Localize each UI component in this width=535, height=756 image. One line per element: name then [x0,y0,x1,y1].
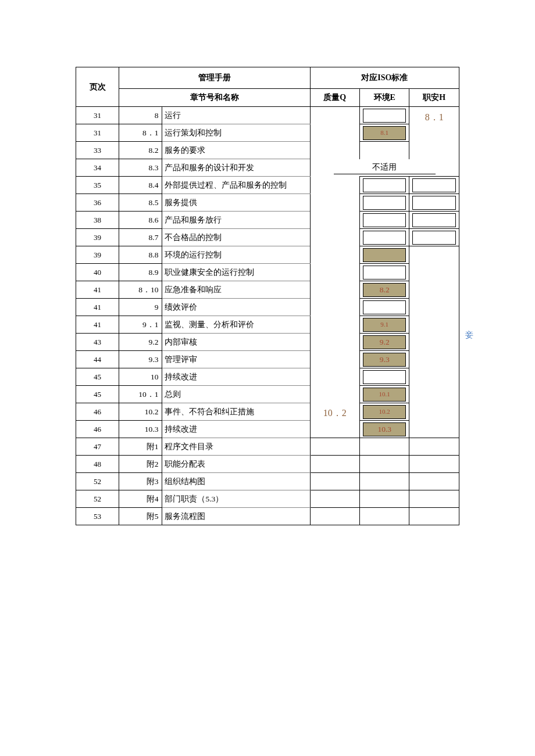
chapter-number: 8.9 [119,264,162,281]
chapter-number: 10 [119,368,162,386]
table-row: 53 附5 服务流程图 [76,508,459,525]
chapter-name: 服务的要求 [162,142,310,159]
page-number: 36 [76,194,119,212]
page-number: 43 [76,334,119,351]
chapter-number: 8．10 [119,281,162,299]
e-cell [359,264,409,281]
q-cell [310,490,359,508]
e-cell [359,456,409,473]
page-number: 39 [76,246,119,264]
table-row: 31 8．1 运行策划和控制 8.1 [76,124,459,142]
page-number: 46 [76,403,119,421]
chapter-number: 9.3 [119,351,162,368]
chapter-name: 事件、不符合和纠正措施 [162,403,310,421]
chapter-name: 产品和服务放行 [162,212,310,229]
table-row: 45 10．1 总则 10.1 [76,386,459,403]
chapter-number: 8.2 [119,142,162,159]
h-cell [409,229,459,246]
h-cell [409,473,459,490]
page-number: 41 [76,281,119,299]
e-cell [359,438,409,456]
page-number: 44 [76,351,119,368]
q-cell [310,246,359,299]
page-number: 38 [76,212,119,229]
e-cell: 10.1 [359,386,409,403]
q-cell [310,438,359,456]
chapter-number: 8.3 [119,159,162,177]
table-row: 33 8.2 服务的要求 [76,142,459,159]
chapter-name: 部门职责（5.3） [162,490,310,508]
table-row: 38 8.6 产品和服务放行 [76,212,459,229]
chapter-name: 职能分配表 [162,456,310,473]
chapter-name: 产品和服务的设计和开发 [162,159,310,177]
q-cell: 10．2 [310,299,359,438]
page-number: 39 [76,229,119,246]
header-h: 职安H [409,89,459,107]
table-row: 39 8.8 环境的运行控制 [76,246,459,264]
page-number: 31 [76,124,119,142]
page-number: 40 [76,264,119,281]
q-cell [310,473,359,490]
chapter-name: 服务提供 [162,194,310,212]
chapter-number: 8.7 [119,229,162,246]
chapter-name: 管理评审 [162,351,310,368]
header-e: 环境E [359,89,409,107]
chapter-name: 持续改进 [162,368,310,386]
h-cell: 8．1 [409,107,459,159]
chapter-number: 10.3 [119,421,162,438]
page-number: 52 [76,490,119,508]
page-number: 53 [76,508,119,525]
e-cell: 9.3 [359,351,409,368]
e-cell [359,473,409,490]
e-cell [359,508,409,525]
table-row: 47 附1 程序文件目录 [76,438,459,456]
table-row: 48 附2 职能分配表 [76,456,459,473]
chapter-number: 附5 [119,508,162,525]
table-row: 43 9.2 内部审核 9.2 [76,334,459,351]
chapter-name: 运行 [162,107,310,124]
header-manual: 管理手册 [119,67,310,89]
chapter-name: 内部审核 [162,334,310,351]
header-page: 页次 [76,67,119,107]
chapter-number: 9．1 [119,316,162,334]
page-number: 47 [76,438,119,456]
e-cell: 8.1 [359,124,409,142]
chapter-name: 绩效评价 [162,299,310,316]
h-value: 8．1 [425,113,444,122]
e-cell [359,246,409,264]
toc-table: 页次 管理手册 对应ISO标准 章节号和名称 质量Q 环境E 职安H 31 8 … [76,67,459,525]
table-row: 39 8.7 不合格品的控制 [76,229,459,246]
chapter-name: 程序文件目录 [162,438,310,456]
chapter-name: 职业健康安全的运行控制 [162,264,310,281]
e-cell [359,107,409,124]
page-number: 33 [76,142,119,159]
table-row: 45 10 持续改进 [76,368,459,386]
chapter-number: 8.4 [119,177,162,194]
table-row: 41 9 绩效评价 10．2 [76,299,459,316]
q-value: 10．2 [323,409,347,418]
table-row: 40 8.9 职业健康安全的运行控制 [76,264,459,281]
page-number: 52 [76,473,119,490]
header-q: 质量Q [310,89,359,107]
table-row: 44 9.3 管理评审 9.3 [76,351,459,368]
h-cell [409,246,459,438]
page-number: 46 [76,421,119,438]
chapter-name: 监视、测量、分析和评价 [162,316,310,334]
chapter-number: 附4 [119,490,162,508]
not-applicable-cell: 不适用 [310,159,459,177]
chapter-name: 服务流程图 [162,508,310,525]
e-cell [359,229,409,246]
h-cell [409,438,459,456]
chapter-number: 10．1 [119,386,162,403]
header-iso: 对应ISO标准 [310,67,459,89]
e-cell: 10.3 [359,421,409,438]
page-number: 41 [76,299,119,316]
q-cell [310,456,359,473]
e-cell: 9.2 [359,334,409,351]
chapter-number: 9.2 [119,334,162,351]
page-number: 35 [76,177,119,194]
chapter-name: 应急准备和响应 [162,281,310,299]
chapter-name: 外部提供过程、产品和服务的控制 [162,177,310,194]
e-cell [359,177,409,194]
chapter-name: 持续改进 [162,421,310,438]
